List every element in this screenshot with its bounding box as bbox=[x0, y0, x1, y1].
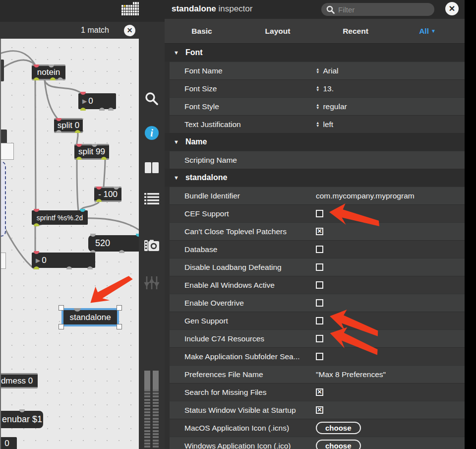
tab-basic[interactable]: Basic bbox=[191, 27, 212, 36]
patcher-object-split-99[interactable]: split 99 bbox=[74, 144, 109, 160]
setting-row[interactable]: Database bbox=[170, 240, 465, 258]
close-search-icon[interactable]: ✕ bbox=[124, 25, 135, 36]
disclosure-triangle-icon[interactable]: ▼ bbox=[174, 139, 179, 145]
setting-row[interactable]: Enable Overdrive bbox=[170, 294, 465, 312]
resize-handle[interactable] bbox=[117, 305, 122, 311]
outlet-green bbox=[50, 77, 56, 80]
setting-row[interactable]: Font Style▲▼regular bbox=[170, 97, 465, 115]
info-icon[interactable]: i bbox=[139, 126, 165, 140]
dual-panel-icon[interactable] bbox=[139, 162, 165, 174]
choose-button[interactable]: choose bbox=[316, 422, 361, 434]
stepper-icon[interactable]: ▲▼ bbox=[316, 68, 319, 74]
patcher-object-sprintf[interactable]: sprintf %s%.2d bbox=[32, 210, 88, 225]
tab-layout[interactable]: Layout bbox=[265, 27, 291, 36]
setting-row[interactable]: Search for Missing Files✕ bbox=[170, 383, 465, 401]
resize-handle[interactable] bbox=[59, 305, 64, 311]
selected-object-standalone[interactable]: standalone bbox=[61, 308, 119, 326]
patcher-object-message-520[interactable]: 520 bbox=[88, 235, 139, 252]
choose-button[interactable]: choose bbox=[316, 440, 361, 449]
outlet-green bbox=[96, 199, 102, 202]
checkbox-unchecked[interactable] bbox=[316, 246, 323, 253]
stepper-icon[interactable]: ▲▼ bbox=[316, 104, 319, 110]
object-palette-icon[interactable] bbox=[121, 2, 139, 15]
checkbox-unchecked[interactable] bbox=[316, 263, 323, 271]
section-header-name[interactable]: ▼Name bbox=[165, 133, 465, 151]
outlet-bump bbox=[108, 108, 114, 111]
setting-row[interactable]: Font Name▲▼Arial bbox=[170, 62, 465, 79]
patcher-object-number-top[interactable]: ▶0 bbox=[78, 93, 116, 109]
setting-row[interactable]: MacOS Application Icon (.icns)choose bbox=[170, 419, 465, 437]
checkbox-checked[interactable]: ✕ bbox=[316, 406, 323, 414]
checkbox-unchecked[interactable] bbox=[316, 353, 323, 360]
setting-value: ✕ bbox=[316, 406, 323, 414]
section-header-standalone[interactable]: ▼standalone bbox=[165, 169, 465, 187]
filter-search-box[interactable] bbox=[321, 3, 434, 16]
outlet-bump bbox=[56, 130, 61, 133]
window-edge bbox=[465, 0, 476, 449]
setting-label: Can't Close Toplevel Patchers bbox=[170, 227, 287, 236]
inspector-rows: ▼FontFont Name▲▼ArialFont Size▲▼13.Font … bbox=[165, 44, 465, 449]
filter-input[interactable] bbox=[338, 5, 422, 14]
value-text[interactable]: Arial bbox=[323, 66, 338, 75]
setting-row[interactable]: Make Application Subfolder Sea... bbox=[170, 347, 465, 365]
resize-handle[interactable] bbox=[59, 324, 64, 329]
setting-label: Font Name bbox=[170, 66, 223, 75]
checkbox-unchecked[interactable] bbox=[316, 299, 323, 307]
value-text[interactable]: left bbox=[323, 120, 333, 129]
outlet-bump bbox=[119, 250, 124, 253]
setting-value: ▲▼13. bbox=[316, 84, 334, 93]
setting-row[interactable]: Windows Application Icon (.ico)choose bbox=[170, 437, 465, 449]
value-text[interactable]: regular bbox=[323, 102, 347, 111]
tab-all[interactable]: All▼ bbox=[419, 27, 436, 36]
value-text[interactable]: com.mycompany.myprogram bbox=[316, 192, 415, 200]
setting-row[interactable]: Status Window Visible at Startup✕ bbox=[170, 401, 465, 419]
checkbox-unchecked[interactable] bbox=[316, 281, 323, 289]
setting-row[interactable]: Bundle Identifiercom.mycompany.myprogram bbox=[170, 187, 465, 204]
value-text[interactable]: "Max 8 Preferences" bbox=[316, 370, 386, 379]
offscreen-object-box[interactable] bbox=[0, 60, 4, 81]
patcher-object-split-0[interactable]: split 0 bbox=[54, 118, 83, 133]
resize-handle[interactable] bbox=[117, 324, 122, 329]
section-header-font[interactable]: ▼Font bbox=[165, 44, 465, 62]
setting-row[interactable]: Gen Support bbox=[170, 312, 465, 329]
stepper-icon[interactable]: ▲▼ bbox=[316, 122, 319, 128]
stepper-icon[interactable]: ▲▼ bbox=[316, 86, 319, 92]
search-icon[interactable] bbox=[139, 91, 165, 107]
patcher-object-minus-100[interactable]: - 100 bbox=[94, 187, 121, 202]
selected-panel-region[interactable] bbox=[0, 161, 6, 237]
setting-row[interactable]: Include C74 Resources bbox=[170, 329, 465, 347]
patcher-canvas[interactable]: notein▶0split 0split 99- 100sprintf %s%.… bbox=[0, 39, 139, 449]
checkbox-checked[interactable]: ✕ bbox=[316, 388, 323, 396]
outlet-green bbox=[75, 130, 80, 133]
list-icon[interactable] bbox=[139, 192, 165, 205]
patcher-object-corner-zero[interactable]: 0 bbox=[0, 437, 17, 449]
setting-row[interactable]: Scripting Name bbox=[170, 151, 465, 169]
setting-row[interactable]: Enable All Windows Active bbox=[170, 276, 465, 294]
patcher-object-number-bottom[interactable]: ▶0 bbox=[32, 253, 95, 268]
disclosure-triangle-icon[interactable]: ▼ bbox=[174, 50, 179, 56]
mixer-icon[interactable] bbox=[139, 276, 165, 290]
setting-row[interactable]: CEF Support bbox=[170, 204, 465, 222]
offscreen-comment-box[interactable] bbox=[0, 253, 6, 269]
setting-row[interactable]: Disable Loadbang Defeating bbox=[170, 258, 465, 276]
tab-recent[interactable]: Recent bbox=[343, 27, 368, 36]
disclosure-triangle-icon[interactable]: ▼ bbox=[174, 175, 179, 181]
value-text[interactable]: 13. bbox=[323, 84, 334, 93]
setting-row[interactable]: Preferences File Name"Max 8 Preferences" bbox=[170, 365, 465, 383]
patcher-object-notein[interactable]: notein bbox=[32, 64, 65, 80]
setting-label: Windows Application Icon (.ico) bbox=[170, 442, 291, 449]
patcher-object-menubar[interactable]: enubar $1 bbox=[0, 411, 43, 428]
close-inspector-icon[interactable]: ✕ bbox=[445, 2, 459, 15]
checkbox-unchecked[interactable] bbox=[316, 317, 323, 324]
setting-label: Bundle Identifier bbox=[170, 192, 240, 200]
checkbox-unchecked[interactable] bbox=[316, 335, 323, 342]
patcher-object-loadmess[interactable]: dmess 0 bbox=[0, 373, 38, 388]
match-count-label: 1 match bbox=[81, 26, 109, 35]
camera-icon[interactable] bbox=[139, 239, 165, 252]
setting-row[interactable]: Can't Close Toplevel Patchers✕ bbox=[170, 222, 465, 240]
checkbox-checked[interactable]: ✕ bbox=[316, 228, 323, 235]
checkbox-unchecked[interactable] bbox=[316, 210, 323, 217]
setting-row[interactable]: Text Justification▲▼left bbox=[170, 115, 465, 133]
setting-row[interactable]: Font Size▲▼13. bbox=[170, 79, 465, 97]
offscreen-comment-box[interactable] bbox=[0, 143, 14, 160]
